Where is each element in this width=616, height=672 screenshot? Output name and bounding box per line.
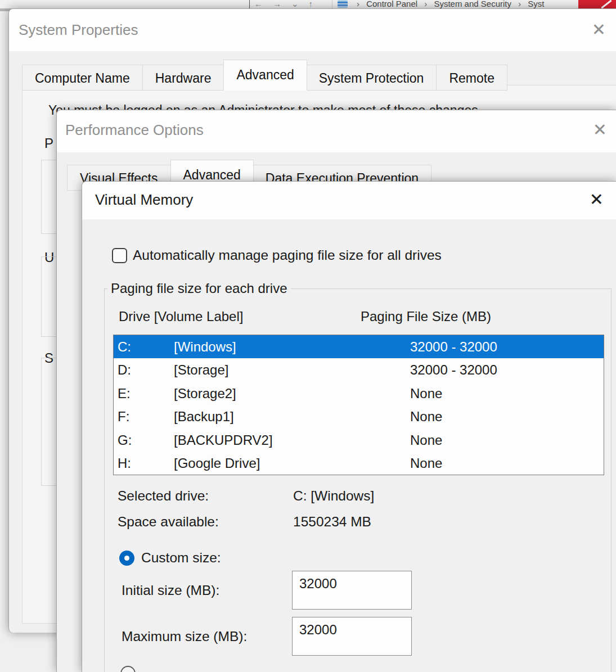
drive-letter: E: (118, 382, 174, 405)
up-icon[interactable]: ↑ (309, 0, 313, 9)
forward-icon[interactable]: → (273, 0, 281, 9)
drive-volume-label: [BACKUPDRV2] (174, 429, 410, 452)
virtual-memory-title: Virtual Memory (95, 191, 193, 209)
close-icon[interactable]: ✕ (592, 21, 606, 38)
performance-options-title: Performance Options (65, 121, 204, 139)
tab-computer-name[interactable]: Computer Name (22, 65, 143, 91)
drive-volume-label: [Backup1] (174, 405, 410, 428)
drive-volume-label: [Storage2] (174, 382, 410, 405)
custom-size-row: Custom size: (119, 550, 221, 566)
auto-manage-checkbox[interactable] (112, 248, 127, 263)
drive-list-row[interactable]: D: [Storage] 32000 - 32000 (114, 358, 604, 381)
drive-letter: D: (118, 358, 174, 381)
control-panel-window-strip: ← → ⌄ ↑ › Control Panel › System and Sec… (0, 0, 616, 9)
drive-paging-size: None (410, 429, 604, 452)
drive-list-row[interactable]: F: [Backup1] None (114, 405, 604, 428)
auto-manage-label: Automatically manage paging file size fo… (133, 247, 442, 263)
breadcrumb-system[interactable]: Syst (528, 0, 544, 8)
initial-size-input[interactable] (292, 571, 412, 610)
address-bar-divider (332, 0, 332, 9)
selected-drive-value: C: [Windows] (293, 488, 374, 504)
column-header-paging-size: Paging File Size (MB) (361, 309, 491, 324)
custom-size-radio[interactable] (119, 551, 134, 566)
close-icon (601, 0, 611, 8)
navigation-toolbar: ← → ⌄ ↑ (254, 0, 313, 9)
selected-drive-label: Selected drive: (118, 488, 209, 504)
drive-volume-label: [Windows] (174, 335, 410, 358)
system-properties-tabs: Computer Name Hardware Advanced System P… (22, 60, 507, 91)
drive-paging-size: None (410, 382, 604, 405)
drive-list-row[interactable]: G: [BACKUPDRV2] None (114, 429, 604, 452)
custom-size-label: Custom size: (141, 550, 221, 566)
maximum-size-label: Maximum size (MB): (122, 629, 247, 644)
paging-file-group-title: Paging file size for each drive (107, 281, 291, 296)
drive-letter: H: (118, 452, 174, 475)
auto-manage-row: Automatically manage paging file size fo… (112, 247, 442, 263)
drive-paging-size: None (410, 452, 604, 475)
drive-list-row[interactable]: E: [Storage2] None (114, 382, 604, 405)
drive-letter: G: (118, 429, 174, 452)
drive-paging-size: 32000 - 32000 (410, 335, 604, 358)
tab-hardware[interactable]: Hardware (143, 65, 224, 91)
drive-letter: F: (118, 405, 174, 428)
drive-list-row[interactable]: H: [Google Drive] None (114, 452, 604, 475)
window-close-button[interactable] (578, 0, 616, 9)
tab-remote[interactable]: Remote (437, 65, 507, 91)
drive-volume-label: [Storage] (174, 358, 410, 381)
performance-group-label: P (44, 136, 53, 151)
window-left-border (249, 0, 250, 9)
space-available-value: 1550234 MB (293, 514, 371, 530)
drive-list-row[interactable]: C: [Windows] 32000 - 32000 (114, 335, 604, 358)
tab-system-protection[interactable]: System Protection (307, 65, 437, 91)
breadcrumb: › Control Panel › System and Security › … (352, 0, 545, 8)
drive-volume-label: [Google Drive] (174, 452, 410, 475)
initial-size-label: Initial size (MB): (122, 583, 219, 598)
virtual-memory-dialog: Virtual Memory ✕ Automatically manage pa… (82, 181, 616, 672)
drive-paging-size: None (410, 405, 604, 428)
breadcrumb-separator: › (357, 0, 359, 8)
chevron-down-icon[interactable]: ⌄ (291, 0, 299, 9)
drive-paging-size: 32000 - 32000 (410, 358, 604, 381)
control-panel-icon (338, 1, 348, 8)
space-available-label: Space available: (118, 514, 219, 530)
breadcrumb-system-and-security[interactable]: System and Security (434, 0, 511, 8)
breadcrumb-separator: › (424, 0, 427, 8)
breadcrumb-control-panel[interactable]: Control Panel (366, 0, 417, 8)
drive-letter: C: (118, 335, 174, 358)
drive-list[interactable]: C: [Windows] 32000 - 32000 D: [Storage] … (113, 335, 604, 475)
system-properties-title: System Properties (19, 21, 138, 39)
column-header-drive: Drive [Volume Label] (119, 309, 243, 324)
back-icon[interactable]: ← (254, 0, 263, 9)
close-icon[interactable]: ✕ (593, 121, 607, 138)
close-icon[interactable]: ✕ (590, 191, 604, 208)
tab-advanced[interactable]: Advanced (223, 60, 307, 91)
breadcrumb-separator: › (518, 0, 521, 8)
maximum-size-input[interactable] (292, 617, 412, 656)
